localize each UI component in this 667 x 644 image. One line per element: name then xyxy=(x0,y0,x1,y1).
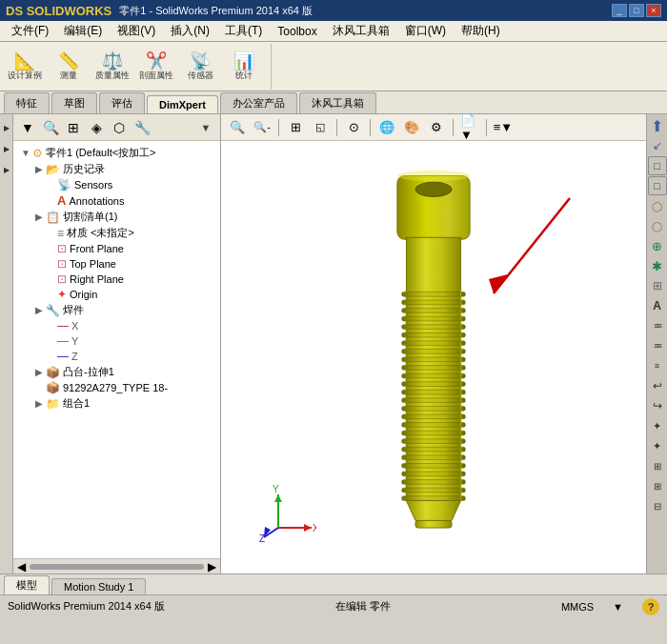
tab-dimxpert[interactable]: DimXpert xyxy=(147,95,218,113)
section-properties-button[interactable]: ✂️ 剖面属性 xyxy=(135,46,177,88)
menu-view[interactable]: 视图(V) xyxy=(110,21,163,41)
right-tool-3[interactable]: □ xyxy=(648,156,667,175)
right-tool-7[interactable]: ⊕ xyxy=(648,236,667,255)
design-study-button[interactable]: 📐 设计算例 xyxy=(4,46,46,88)
menu-edit[interactable]: 编辑(E) xyxy=(56,21,110,41)
svg-text:Y: Y xyxy=(273,485,279,494)
right-tool-16[interactable]: ✦ xyxy=(648,416,667,435)
scroll-right-icon[interactable]: ▶ xyxy=(208,560,216,574)
svg-rect-24 xyxy=(402,455,466,460)
minimize-button[interactable]: _ xyxy=(612,4,627,17)
feature-tool-3[interactable]: ⬡ xyxy=(109,117,130,138)
rotate-button[interactable]: ⊙ xyxy=(343,117,364,138)
search-feature-button[interactable]: 🔍 xyxy=(40,117,61,138)
menu-window[interactable]: 窗口(W) xyxy=(397,21,454,41)
tree-item-boss-extrude[interactable]: ▶ 📦 凸台-拉伸1 xyxy=(13,364,220,380)
boss-extrude-icon: 📦 xyxy=(46,366,60,379)
tree-item-assembly[interactable]: ▶ 📁 组合1 xyxy=(13,395,220,412)
measure-button[interactable]: 📏 测量 xyxy=(48,46,90,88)
right-tool-18[interactable]: ⊞ xyxy=(648,456,667,475)
tree-item-sensors[interactable]: 📡 Sensors xyxy=(13,177,220,192)
assembly-label: 组合1 xyxy=(63,396,90,411)
feature-tool-2[interactable]: ◈ xyxy=(86,117,107,138)
tab-features[interactable]: 特征 xyxy=(4,92,50,113)
toolbar-group-1: 📐 设计算例 📏 测量 ⚖️ 质量属性 ✂️ 剖面属性 📡 传感器 📊 统计 xyxy=(4,44,272,90)
tab-sketch[interactable]: 草图 xyxy=(51,92,97,113)
appearance-button[interactable]: 🎨 xyxy=(401,117,422,138)
close-button[interactable]: × xyxy=(646,4,661,17)
sensors-button[interactable]: 📡 传感器 xyxy=(179,46,221,88)
view-select-button[interactable]: ◱ xyxy=(310,117,331,138)
tree-item-front-plane[interactable]: ⊡ Front Plane xyxy=(13,241,220,256)
right-tool-6[interactable]: ◯ xyxy=(648,216,667,235)
tab-evaluate[interactable]: 评估 xyxy=(99,92,145,113)
menu-toolbox[interactable]: Toolbox xyxy=(270,23,324,40)
tree-item-part-number[interactable]: 📦 91292A279_TYPE 18- xyxy=(13,380,220,395)
units-dropdown[interactable]: ▼ xyxy=(613,601,623,613)
right-tool-9[interactable]: ⊞ xyxy=(648,276,667,295)
btab-model[interactable]: 模型 xyxy=(4,575,50,594)
right-tool-19[interactable]: ⊞ xyxy=(648,476,667,495)
tree-item-cutlist[interactable]: ▶ 📋 切割清单(1) xyxy=(13,209,220,225)
thread-section xyxy=(402,291,466,501)
right-tool-8[interactable]: ✱ xyxy=(648,256,667,275)
tab-mufeng[interactable]: 沐风工具箱 xyxy=(299,92,376,113)
right-tool-15[interactable]: ↪ xyxy=(648,396,667,415)
feature-filter-button[interactable]: ▼ xyxy=(195,117,216,138)
tree-item-right-plane[interactable]: ⊡ Right Plane xyxy=(13,272,220,287)
zoom-in-button[interactable]: 🔍 xyxy=(227,117,248,138)
right-tool-10[interactable]: A xyxy=(648,296,667,315)
svg-marker-32 xyxy=(406,500,460,520)
part-number-label: 91292A279_TYPE 18- xyxy=(63,382,168,393)
btab-motion[interactable]: Motion Study 1 xyxy=(51,578,146,594)
right-toolbar: ⬆ ↙ □ □ ◯ ◯ ⊕ ✱ ⊞ A ≡≡ ≡≡ ≡ ↩ ↪ ✦ ✦ ⊞ ⊞ … xyxy=(646,114,667,574)
svg-rect-22 xyxy=(402,439,466,444)
view-options-button[interactable]: 📄▼ xyxy=(459,117,480,138)
filter-icon[interactable]: ▼ xyxy=(17,117,38,138)
right-tool-20[interactable]: ⊟ xyxy=(648,496,667,515)
right-tool-4[interactable]: □ xyxy=(648,176,667,195)
mass-properties-button[interactable]: ⚖️ 质量属性 xyxy=(91,46,133,88)
annotations-icon: A xyxy=(57,193,66,208)
scroll-left-icon[interactable]: ◀ xyxy=(17,560,26,574)
tree-item-origin[interactable]: ✦ Origin xyxy=(13,287,220,302)
tree-item-weld[interactable]: ▶ 🔧 焊件 xyxy=(13,302,220,318)
menu-mufeng[interactable]: 沐风工具箱 xyxy=(325,21,397,41)
menu-insert[interactable]: 插入(N) xyxy=(163,21,217,41)
menu-help[interactable]: 帮助(H) xyxy=(454,21,508,41)
right-tool-2[interactable]: ↙ xyxy=(648,136,667,155)
statistics-button[interactable]: 📊 统计 xyxy=(223,46,265,88)
main-toolbar: 📐 设计算例 📏 测量 ⚖️ 质量属性 ✂️ 剖面属性 📡 传感器 📊 统计 🔍… xyxy=(0,42,667,91)
maximize-button[interactable]: □ xyxy=(629,4,644,17)
menu-file[interactable]: 文件(F) xyxy=(4,21,56,41)
tree-item-material[interactable]: ≡ 材质 <未指定> xyxy=(13,225,220,241)
menu-tools[interactable]: 工具(T) xyxy=(217,21,270,41)
expand-icon: ▶ xyxy=(32,398,46,409)
view-all-button[interactable]: ⊞ xyxy=(285,117,306,138)
svg-rect-29 xyxy=(402,496,466,501)
settings-button[interactable]: ⚙ xyxy=(426,117,447,138)
tree-item-z[interactable]: — Z xyxy=(13,349,220,364)
right-tool-12[interactable]: ≡≡ xyxy=(648,336,667,355)
tree-item-part[interactable]: ▼ ⚙ 零件1 (Default<按加工> xyxy=(13,145,220,161)
more-options-button[interactable]: ≡▼ xyxy=(493,117,514,138)
feature-tool-4[interactable]: 🔧 xyxy=(131,117,152,138)
zoom-out-button[interactable]: 🔍- xyxy=(252,117,273,138)
right-tool-17[interactable]: ✦ xyxy=(648,436,667,455)
tree-item-top-plane[interactable]: ⊡ Top Plane xyxy=(13,256,220,272)
display-style-button[interactable]: 🌐 xyxy=(376,117,397,138)
right-tool-11[interactable]: ≡≡ xyxy=(648,316,667,335)
right-tool-14[interactable]: ↩ xyxy=(648,376,667,395)
right-tool-13[interactable]: ≡ xyxy=(648,356,667,375)
tree-item-history[interactable]: ▶ 📂 历史记录 xyxy=(13,161,220,177)
tab-office[interactable]: 办公室产品 xyxy=(220,92,297,113)
right-tool-5[interactable]: ◯ xyxy=(648,196,667,215)
tree-item-y[interactable]: — Y xyxy=(13,333,220,349)
tree-item-annotations[interactable]: A Annotations xyxy=(13,192,220,209)
model-area[interactable]: X Y Z xyxy=(221,141,646,574)
feature-tool-1[interactable]: ⊞ xyxy=(63,117,84,138)
help-button[interactable]: ? xyxy=(642,598,659,615)
svg-rect-11 xyxy=(402,349,466,353)
right-tool-1[interactable]: ⬆ xyxy=(648,116,667,135)
tree-item-x[interactable]: — X xyxy=(13,318,220,333)
